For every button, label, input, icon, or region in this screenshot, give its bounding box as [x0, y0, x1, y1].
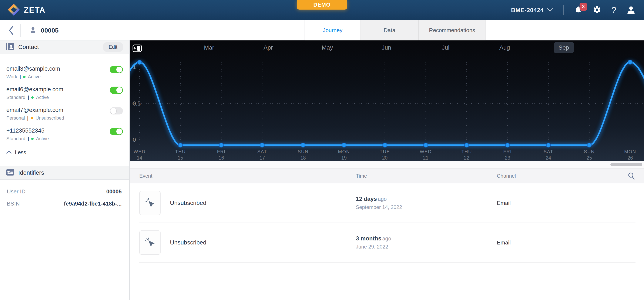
contact-value: email7@example.com	[6, 107, 64, 114]
svg-text:WED: WED	[134, 149, 146, 154]
person-icon	[30, 26, 36, 34]
svg-text:Apr: Apr	[264, 44, 273, 51]
user-menu-button[interactable]	[626, 5, 636, 15]
svg-text:Sep: Sep	[558, 44, 569, 51]
back-button[interactable]	[8, 26, 14, 36]
svg-text:MON: MON	[338, 149, 350, 154]
svg-text:19: 19	[341, 155, 347, 161]
profile-header: 00005 Journey Data Recommendations	[0, 20, 644, 40]
notifications-button[interactable]: 3	[574, 6, 582, 15]
collapse-label: Less	[15, 149, 26, 156]
contact-status: Active	[36, 136, 49, 142]
app-root: ZETA DEMO BME-20424 3	[0, 0, 644, 300]
status-dot	[31, 117, 33, 119]
collapse-contact-link[interactable]: Less	[0, 148, 129, 156]
identifier-value: fe9a94d2-fbe1-418b-...	[64, 200, 122, 207]
svg-text:21: 21	[423, 155, 428, 161]
contact-card-icon	[6, 42, 14, 52]
svg-text:24: 24	[546, 155, 551, 161]
identifiers-section-header: Identifiers	[0, 166, 129, 180]
profile-chip: 00005	[30, 26, 58, 34]
page-title: 00005	[41, 27, 58, 34]
tab-data[interactable]: Data	[361, 20, 418, 40]
search-button[interactable]	[628, 172, 636, 180]
tab-recommendations[interactable]: Recommendations	[418, 20, 486, 40]
user-icon	[626, 5, 636, 15]
svg-text:0: 0	[133, 136, 136, 143]
header-divider	[20, 24, 21, 37]
notification-badge: 3	[580, 3, 587, 11]
svg-text:SAT: SAT	[257, 149, 267, 154]
events-table-header: Event Time Channel	[130, 168, 644, 184]
svg-text:FRI: FRI	[503, 149, 512, 154]
event-icon-box	[139, 191, 160, 215]
edit-contact-button[interactable]: Edit	[103, 42, 123, 52]
contact-item: email6@example.com Standard | Active	[6, 86, 123, 100]
svg-text:23: 23	[505, 155, 510, 161]
cursor-click-icon	[145, 198, 155, 208]
svg-text:WED: WED	[420, 149, 432, 154]
event-time-date: June 29, 2022	[356, 244, 497, 250]
top-navbar: ZETA DEMO BME-20424 3	[0, 0, 644, 20]
event-channel: Email	[497, 239, 511, 246]
brand-name: ZETA	[24, 6, 46, 15]
svg-text:17: 17	[260, 155, 265, 161]
column-header-event: Event	[139, 173, 356, 179]
journey-chart[interactable]: MarAprMayJunJulAugSepWED14THU15FRI16SAT1…	[130, 40, 644, 161]
svg-text:SUN: SUN	[584, 149, 595, 154]
chart-scrollbar-thumb[interactable]	[610, 163, 642, 166]
collapse-panel-icon[interactable]	[132, 44, 142, 52]
event-time-relative: 12 days	[356, 196, 377, 202]
events-table-body: Unsubscribed 12 days ago September 14, 2…	[130, 184, 644, 262]
navbar-divider	[564, 5, 564, 15]
account-id: BME-20424	[511, 7, 544, 14]
svg-text:Jul: Jul	[442, 44, 450, 51]
contact-status: Active	[36, 95, 49, 100]
contact-toggle[interactable]	[110, 128, 123, 135]
contact-toggle[interactable]	[110, 86, 123, 94]
navbar-right-cluster: BME-20424 3 ?	[511, 5, 644, 15]
journey-chart-svg: MarAprMayJunJulAugSepWED14THU15FRI16SAT1…	[130, 40, 644, 161]
tab-journey[interactable]: Journey	[304, 20, 361, 40]
search-icon	[628, 172, 636, 180]
svg-text:Mar: Mar	[204, 44, 214, 51]
contact-list: email3@sample.com Work | Active email6@e…	[0, 54, 129, 142]
table-row[interactable]: Unsubscribed 12 days ago September 14, 2…	[139, 184, 636, 223]
table-row[interactable]: Unsubscribed 3 months ago June 29, 2022 …	[139, 223, 636, 262]
contact-type: Standard	[6, 136, 25, 142]
zeta-logo-icon	[8, 4, 20, 17]
svg-text:15: 15	[178, 155, 183, 161]
contact-item: email7@example.com Personal | Unsubscrib…	[6, 107, 123, 121]
contact-type: Personal	[6, 115, 25, 121]
identifier-row: User ID 00005	[7, 188, 122, 195]
svg-text:May: May	[322, 44, 333, 51]
settings-button[interactable]	[593, 6, 601, 15]
demo-banner[interactable]: DEMO	[297, 0, 347, 10]
contact-toggle[interactable]	[110, 66, 123, 73]
zeta-logo[interactable]: ZETA	[0, 4, 46, 17]
svg-text:0.5: 0.5	[133, 100, 141, 107]
event-channel: Email	[497, 200, 511, 206]
help-button[interactable]: ?	[612, 6, 616, 15]
contact-toggle[interactable]	[110, 107, 123, 114]
chevron-up-icon	[6, 150, 12, 154]
svg-text:THU: THU	[461, 149, 472, 154]
contact-item: email3@sample.com Work | Active	[6, 66, 123, 80]
svg-text:18: 18	[300, 155, 306, 161]
profile-tabs: Journey Data Recommendations	[304, 20, 486, 40]
identifiers-card-icon	[6, 169, 14, 176]
column-header-time: Time	[356, 173, 497, 179]
contact-section-header: Contact Edit	[0, 40, 129, 54]
account-selector[interactable]: BME-20424	[511, 7, 553, 14]
identifier-list: User ID 00005 BSIN fe9a94d2-fbe1-418b-..…	[0, 180, 129, 207]
event-name: Unsubscribed	[170, 200, 206, 206]
svg-text:25: 25	[586, 155, 592, 161]
gear-icon	[593, 6, 601, 15]
svg-text:20: 20	[382, 155, 388, 161]
svg-text:THU: THU	[175, 149, 186, 154]
svg-text:MON: MON	[624, 149, 636, 154]
contact-type: Standard	[6, 95, 25, 100]
contact-value: +11235552345	[6, 128, 49, 134]
contact-value: email3@sample.com	[6, 66, 60, 72]
column-header-channel: Channel	[497, 173, 628, 179]
